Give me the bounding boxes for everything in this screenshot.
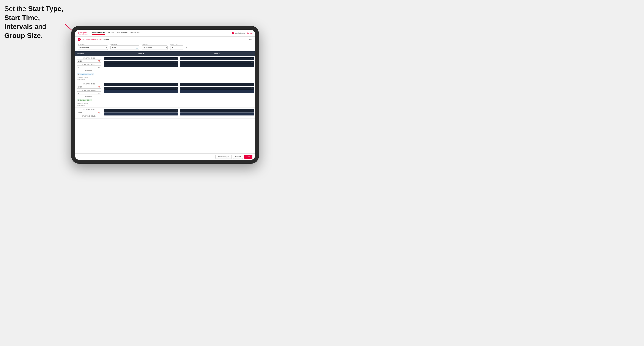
slot-info-icon[interactable]: ○ — [252, 87, 253, 89]
slot-close-icon[interactable]: ✕ — [250, 58, 252, 60]
slot-info-icon[interactable]: ○ — [176, 65, 177, 67]
slot-close-icon[interactable]: ✕ — [174, 58, 176, 60]
group-2-course-remove[interactable]: ✕ — [89, 99, 90, 101]
group-1-team2-slot-2[interactable]: ✕ ○ — [180, 61, 254, 64]
slot-close-icon[interactable]: ✕ — [174, 87, 176, 89]
group-size-select[interactable]: 3 2 4 — [170, 45, 183, 50]
nav-tab-tournaments[interactable]: TOURNAMENTS — [92, 31, 105, 35]
group-1-remove-icon: ○ — [77, 77, 78, 78]
group-3-time-input[interactable]: 10:20 ⏰ — [77, 111, 101, 114]
slot-close-icon[interactable]: ✕ — [174, 61, 176, 63]
slot-info-icon[interactable]: ○ — [176, 84, 177, 86]
group-1-hole-label: STARTING HOLE: — [77, 64, 101, 65]
nav-tab-committee[interactable]: COMMITTEE — [117, 31, 128, 35]
slot-close-icon[interactable]: ✕ — [174, 84, 176, 86]
slot-info-icon[interactable]: ○ — [176, 87, 177, 89]
group-3-team1-slot-1[interactable]: ✕ ○ — [104, 109, 178, 112]
slot-close-icon[interactable]: ✕ — [250, 65, 252, 67]
slot-info-icon[interactable]: ○ — [252, 62, 253, 63]
group-1-team1-slot-2[interactable]: ✕ ○ — [104, 61, 178, 64]
cancel-button[interactable]: Cancel — [233, 155, 243, 159]
slot-close-icon[interactable]: ✕ — [250, 87, 252, 89]
intervals-select[interactable]: 10 Minutes 8 Minutes 12 Minutes — [142, 45, 168, 50]
slot-info-icon[interactable]: ○ — [252, 65, 253, 67]
group-2-course-icon: 🏌 — [78, 99, 80, 101]
group-3-team2-column: ✕ ○ — [179, 108, 255, 117]
breadcrumb-separator: › — [102, 38, 102, 40]
group-2-hole-input[interactable]: 1 ▲▼ — [77, 91, 101, 95]
group-1-starting-time-label: STARTING TIME: — [77, 57, 101, 59]
breadcrumb-tournament[interactable]: Clippd Invitational (Mon) — [82, 38, 100, 40]
group-1-time-value: 10:00 — [78, 60, 82, 62]
instruction-start-type: Start Type, — [28, 5, 63, 12]
group-2-team1-slot-1[interactable]: ✕ ○ — [104, 83, 178, 86]
group-2-team1-slot-3[interactable] — [104, 90, 178, 93]
breadcrumb-section: Hosting — [103, 38, 110, 40]
nav-tab-rankings[interactable]: RANKINGS — [130, 31, 140, 35]
group-2-team2-slot-3[interactable] — [180, 90, 254, 93]
group-1-course-remove[interactable]: ✕ — [92, 73, 93, 75]
group-1-clock-icon: ⏰ — [98, 60, 100, 62]
slot-close-icon[interactable]: ✕ — [250, 110, 252, 111]
nav-tab-teams[interactable]: TEAMS — [108, 31, 114, 35]
col-team2: Team 2 — [179, 53, 255, 55]
group-1-team1-slot-1[interactable]: ✕ ○ — [104, 57, 178, 60]
group-2-time-input[interactable]: 10:10 ⏰ — [77, 85, 101, 89]
group-3-right: ✕ ○ — ✕ ○ — [103, 108, 255, 117]
slot-info-icon[interactable]: ○ — [252, 84, 253, 86]
group-2-remove-icon: ○ — [77, 103, 78, 104]
group-2-team1-slot-2[interactable]: ✕ ○ — [104, 87, 178, 90]
group-1-add-link[interactable]: + Add Group — [77, 79, 85, 80]
tee-table: Tee Time Team 1 Team 2 STARTING TIME: 10… — [75, 51, 255, 153]
group-1-team1-slot-3[interactable]: ✕ ○ — [104, 64, 178, 67]
col-team1: Team 1 — [103, 53, 179, 55]
group-2-remove-link[interactable]: ○ Remove Group — [77, 103, 88, 104]
group-1-team1-column: ✕ ○ ✕ ○ ✕ ○ — [103, 56, 179, 69]
group-2-team2-slot-2[interactable]: ✕ ○ — [180, 87, 254, 90]
slot-close-icon[interactable]: ✕ — [174, 65, 176, 67]
back-button[interactable]: ‹ Back — [248, 38, 252, 40]
slot-dash-icon: — — [176, 113, 177, 115]
group-3-team2-slot-1[interactable]: ✕ ○ — [180, 109, 254, 112]
group-size-select-wrap: 3 2 4 — [170, 45, 188, 50]
reset-changes-button[interactable]: Reset Changes — [215, 155, 232, 159]
user-avatar-dot — [232, 32, 234, 34]
group-1-add-links: + Add Group — [77, 79, 101, 80]
group-1-time-input[interactable]: 10:00 ⏰ — [77, 59, 101, 63]
slot-info-icon[interactable]: ○ — [252, 110, 253, 111]
user-email: blair@clippd.io — [235, 32, 245, 34]
slot-close-icon[interactable]: ✕ — [250, 84, 252, 86]
start-time-input[interactable] — [110, 45, 139, 50]
group-row-3: STARTING TIME: 10:20 ⏰ STARTING HOLE: ✕ … — [75, 108, 255, 119]
group-1-hole-value: 1 — [78, 67, 79, 68]
group-1-team2-slot-3[interactable]: ✕ ○ — [180, 64, 254, 67]
nav-bar: SCOREBOARD Powered by clipp TOURNAMENTS … — [75, 30, 255, 37]
start-type-select[interactable]: 1st Tee Start Shotgun Start — [78, 45, 108, 50]
start-time-input-wrap: 🕐 — [110, 45, 139, 50]
settings-row: Start Type 1st Tee Start Shotgun Start S… — [75, 42, 255, 51]
sign-out-link[interactable]: Sign out — [247, 32, 252, 34]
group-1-hole-input[interactable]: 1 ▲▼ — [77, 65, 101, 69]
save-button[interactable]: Save — [244, 155, 252, 159]
group-1-remove-link[interactable]: ○ Remove Group — [77, 77, 88, 78]
instruction-text: Set the Start Type, Start Time, Interval… — [4, 4, 69, 40]
group-2-hole-label: STARTING HOLE: — [77, 89, 101, 91]
group-1-course-icon: 🏌 — [78, 73, 80, 75]
group-2-team2-slot-1[interactable]: ✕ ○ — [180, 83, 254, 86]
group-2-hole-field: 1 ▲▼ — [77, 91, 101, 95]
slot-info-icon[interactable]: ○ — [176, 58, 177, 60]
group-size-label: Group Size — [170, 43, 188, 45]
group-3-team1-slot-2[interactable]: — — [104, 112, 178, 116]
slot-close-icon[interactable]: ✕ — [250, 61, 252, 63]
slot-info-icon[interactable]: ○ — [176, 110, 177, 111]
group-2-hole-value: 1 — [78, 92, 79, 94]
slot-info-icon[interactable]: ○ — [176, 62, 177, 63]
nav-user: blair@clippd.io | Sign out — [232, 32, 252, 34]
group-1-course-label: COURSE: — [77, 70, 101, 71]
slot-info-icon[interactable]: ○ — [252, 58, 253, 60]
slot-close-icon[interactable]: ✕ — [174, 110, 176, 111]
group-1-team2-slot-1[interactable]: ✕ ○ — [180, 57, 254, 60]
group-3-team2-slot-2[interactable] — [180, 112, 254, 116]
group-2-add-link[interactable]: + Add Group — [77, 105, 85, 106]
breadcrumb-bar: C Clippd Invitational (Mon) › Hosting ‹ … — [75, 37, 255, 42]
